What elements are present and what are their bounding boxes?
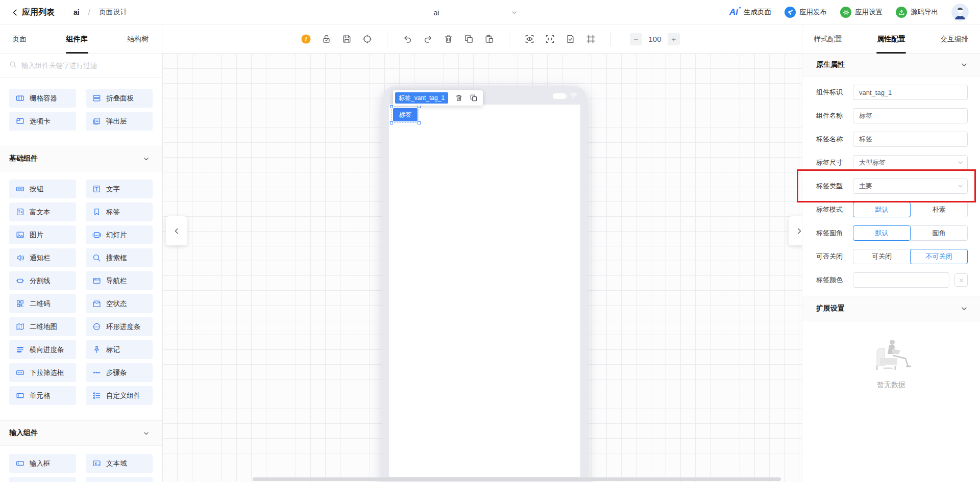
component-tile[interactable]: 弹出层 xyxy=(86,112,153,131)
segment-option[interactable]: 不可关闭 xyxy=(910,249,968,264)
component-tile[interactable]: 步骤条 xyxy=(86,363,153,382)
component-tile[interactable]: 搜索框 xyxy=(86,248,153,267)
component-search-input[interactable] xyxy=(21,62,153,69)
target-icon[interactable] xyxy=(361,33,373,45)
page-check-icon[interactable] xyxy=(564,33,576,45)
field-control: 默认朴素 xyxy=(853,202,968,217)
component-tile-label: 文本域 xyxy=(106,459,127,468)
select-value[interactable] xyxy=(853,155,968,170)
component-tile[interactable]: 图片 xyxy=(9,225,76,244)
phone-screen[interactable] xyxy=(389,105,580,477)
code-view-icon[interactable] xyxy=(544,33,556,45)
tab-style-config[interactable]: 样式配置 xyxy=(814,25,842,54)
chevron-down-icon xyxy=(511,9,518,16)
user-avatar[interactable] xyxy=(951,4,969,21)
copy-component-icon[interactable] xyxy=(470,94,478,102)
generate-page-button[interactable]: Ai✦ 生成页面 xyxy=(729,7,771,17)
delete-component-icon[interactable] xyxy=(455,94,463,102)
segment-option[interactable]: 默认 xyxy=(853,202,911,217)
zoom-in-button[interactable]: + xyxy=(668,33,680,45)
field-control: 可关闭不可关闭 xyxy=(853,249,968,264)
component-tile[interactable]: 栅格容器 xyxy=(9,89,76,108)
field-select[interactable] xyxy=(853,179,968,194)
field-input[interactable] xyxy=(853,132,968,147)
tab-property-config[interactable]: 属性配置 xyxy=(877,25,905,54)
component-tile[interactable]: 多选框 xyxy=(86,477,153,482)
component-tile[interactable]: 自定义组件 xyxy=(86,386,153,405)
app-settings-button[interactable]: 应用设置 xyxy=(840,7,883,18)
component-tile[interactable]: 导航栏 xyxy=(86,271,153,290)
field-row: 标签圆角默认圆角 xyxy=(816,225,968,241)
horizontal-scrollbar[interactable] xyxy=(253,477,781,481)
publish-app-button[interactable]: 应用发布 xyxy=(785,7,827,18)
component-tile[interactable]: 空状态 xyxy=(86,294,153,313)
component-tile[interactable]: 二维地图 xyxy=(9,317,76,336)
segment-option[interactable]: 朴素 xyxy=(910,202,968,217)
canvas-grid[interactable]: 标签_vant_tag_1 标签 xyxy=(162,54,802,482)
component-tile[interactable]: 标记 xyxy=(86,340,153,359)
component-section-header[interactable]: 输入组件 xyxy=(0,420,162,446)
tab-component-library[interactable]: 组件库 xyxy=(66,25,88,54)
component-tile[interactable]: 通知栏 xyxy=(9,248,76,267)
component-tile[interactable]: 选项卡 xyxy=(9,112,76,131)
segment-option[interactable]: 圆角 xyxy=(910,225,968,241)
breadcrumb-app[interactable]: ai xyxy=(74,8,80,16)
component-tile-label: 栅格容器 xyxy=(30,94,57,103)
collapse-right-panel-handle[interactable] xyxy=(789,216,802,245)
component-tile[interactable]: 文本域 xyxy=(86,454,153,473)
field-input[interactable] xyxy=(853,272,949,288)
tab-pages[interactable]: 页面 xyxy=(12,25,27,54)
paste-icon[interactable] xyxy=(483,33,495,45)
component-tile[interactable]: 折叠面板 xyxy=(86,89,153,108)
steps-icon xyxy=(92,368,101,377)
component-tile[interactable]: 幻灯片 xyxy=(86,225,153,244)
extended-settings-section-header[interactable]: 扩展设置 xyxy=(802,296,980,321)
preview-icon[interactable] xyxy=(523,33,535,45)
segment-option[interactable]: 可关闭 xyxy=(853,249,911,264)
field-input[interactable] xyxy=(853,85,968,100)
component-tile[interactable]: BTN下拉筛选框 xyxy=(9,363,76,382)
frame-icon[interactable] xyxy=(584,33,597,45)
back-button[interactable]: 应用列表 xyxy=(11,7,55,18)
undo-icon[interactable] xyxy=(401,33,413,45)
select-value[interactable] xyxy=(853,179,968,194)
info-icon[interactable]: i xyxy=(300,33,312,45)
component-tile-label: 文字 xyxy=(106,185,120,194)
page-select[interactable]: ai xyxy=(352,0,521,25)
native-properties-section-header[interactable]: 原生属性 xyxy=(802,54,980,77)
field-select[interactable] xyxy=(853,155,968,170)
component-tile[interactable]: 富文本 xyxy=(9,202,76,221)
collapse-left-panel-handle[interactable] xyxy=(166,216,187,245)
component-tile[interactable]: 横向进度条 xyxy=(9,340,76,359)
copy-icon[interactable] xyxy=(462,33,475,45)
save-icon[interactable] xyxy=(340,33,353,45)
clear-color-button[interactable] xyxy=(954,273,968,287)
selected-component-chip[interactable]: 标签_vant_tag_1 xyxy=(395,92,448,104)
export-source-button[interactable]: 源码导出 xyxy=(896,7,938,18)
segment-option[interactable]: 默认 xyxy=(853,225,911,241)
tab-interaction-config[interactable]: 交互编排 xyxy=(940,25,969,54)
component-tile[interactable]: BTN按钮 xyxy=(9,180,76,198)
component-tile[interactable]: 100%环形进度条 xyxy=(86,317,153,336)
qrcode-icon xyxy=(16,299,24,308)
unlock-icon[interactable] xyxy=(320,33,332,45)
component-tile[interactable]: 输入框 xyxy=(9,454,76,473)
redo-icon[interactable] xyxy=(422,33,434,45)
component-tile[interactable]: 文字 xyxy=(86,180,153,198)
component-tile[interactable]: 单元格 xyxy=(9,386,76,405)
resize-handle[interactable] xyxy=(390,105,393,108)
resize-handle[interactable] xyxy=(418,121,421,124)
tab-structure-tree[interactable]: 结构树 xyxy=(127,25,149,54)
tag-component[interactable]: 标签 xyxy=(393,108,418,121)
component-tile[interactable]: 单选框 xyxy=(9,477,76,482)
component-tile[interactable]: 分割线 xyxy=(9,271,76,290)
tabs-icon xyxy=(16,117,24,125)
selected-tag-component[interactable]: 标签 xyxy=(393,108,418,121)
delete-icon[interactable] xyxy=(442,33,454,45)
component-section-header[interactable]: 基础组件 xyxy=(0,146,162,171)
component-tile[interactable]: 二维码 xyxy=(9,294,76,313)
field-input[interactable] xyxy=(853,108,968,123)
resize-handle[interactable] xyxy=(390,121,393,124)
zoom-out-button[interactable]: − xyxy=(630,33,642,45)
component-tile[interactable]: 标签 xyxy=(86,202,153,221)
